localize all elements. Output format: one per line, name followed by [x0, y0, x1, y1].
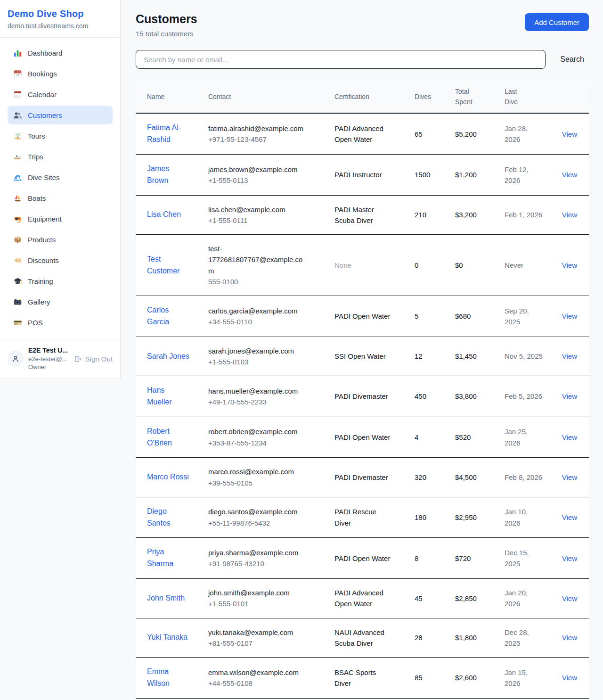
- view-customer-link[interactable]: View: [562, 554, 577, 562]
- table-row: Marco Rossimarco.rossi@example.com+39-55…: [136, 458, 589, 497]
- customer-phone: 555-0100: [208, 276, 327, 287]
- customer-name-link[interactable]: Test Customer: [147, 254, 191, 277]
- sidebar-item-label: Discounts: [28, 256, 59, 264]
- view-customer-link[interactable]: View: [562, 433, 577, 441]
- customer-name-link[interactable]: James Brown: [147, 163, 191, 187]
- cell-certification: NAUI Advanced Scuba Diver: [331, 618, 411, 658]
- sidebar-item-dashboard[interactable]: Dashboard: [8, 43, 113, 62]
- view-customer-link[interactable]: View: [562, 392, 577, 400]
- customer-name-link[interactable]: Marco Rossi: [147, 471, 189, 483]
- customer-name-link[interactable]: Diego Santos: [147, 506, 191, 529]
- sign-out-label: Sign Out: [85, 355, 113, 363]
- sidebar-item-calendar[interactable]: Calendar: [8, 85, 113, 104]
- view-customer-link[interactable]: View: [562, 473, 577, 481]
- sidebar-item-dive-sites[interactable]: Dive Sites: [8, 168, 113, 187]
- sidebar-item-label: Equipment: [28, 215, 62, 223]
- sidebar-item-bookings[interactable]: 17Bookings: [8, 64, 113, 83]
- sign-out-button[interactable]: Sign Out: [74, 355, 113, 363]
- cell-name: Keiko Yamamoto: [136, 698, 204, 700]
- customer-certification: PADI Instructor: [334, 169, 382, 180]
- customer-email: robert.obrien@example.com: [208, 426, 297, 437]
- customer-phone: +1-555-0101: [208, 598, 327, 609]
- customer-certification: PADI Master Scuba Diver: [334, 204, 391, 226]
- view-customer-link[interactable]: View: [562, 261, 577, 269]
- sidebar-nav: Dashboard17BookingsCalendarCustomersTour…: [0, 38, 120, 339]
- sidebar-item-tours[interactable]: Tours: [8, 126, 113, 145]
- customer-certification: PADI Open Water: [334, 311, 390, 321]
- view-customer-link[interactable]: View: [562, 211, 577, 219]
- cell-dives: 12: [411, 337, 451, 376]
- customer-name-link[interactable]: Priya Sharma: [147, 546, 191, 570]
- customers-table: NameContactCertificationDivesTotal Spent…: [136, 81, 589, 700]
- calendar-date-icon: 17: [13, 69, 22, 78]
- cell-certification: PADI Divemaster: [331, 458, 411, 497]
- cell-view: View: [546, 538, 589, 579]
- cell-dives: 0: [411, 235, 451, 296]
- cell-certification: PADI Open Water: [331, 417, 411, 458]
- cell-dives: 65: [411, 113, 451, 154]
- cell-view: View: [546, 698, 589, 700]
- bar-chart-icon: [13, 49, 22, 58]
- view-customer-link[interactable]: View: [562, 130, 577, 138]
- sidebar-item-discounts[interactable]: Discounts: [8, 251, 113, 270]
- customer-name-link[interactable]: Lisa Chen: [147, 209, 181, 221]
- cell-view: View: [546, 458, 589, 497]
- sidebar-item-customers[interactable]: Customers: [8, 106, 113, 124]
- view-customer-link[interactable]: View: [562, 352, 577, 360]
- cell-view: View: [546, 417, 589, 458]
- cell-certification: PADI Advanced Open Water: [331, 113, 411, 154]
- sidebar-item-pos[interactable]: POS: [8, 313, 113, 332]
- sidebar-item-products[interactable]: Products: [8, 230, 113, 249]
- cell-certification: PADI Advanced Open Water: [331, 698, 411, 700]
- search-input[interactable]: [136, 50, 546, 69]
- view-customer-link[interactable]: View: [562, 171, 577, 179]
- customer-name-link[interactable]: Robert O'Brien: [147, 426, 191, 449]
- dive-mask-icon: [13, 214, 22, 223]
- customer-certification: PADI Open Water: [334, 553, 390, 564]
- cell-last-dive: Jan 15, 2026: [501, 658, 546, 699]
- customer-phone: +81-555-0107: [208, 638, 327, 649]
- cell-total-spent: $5,200: [451, 113, 501, 154]
- customer-name-link[interactable]: Sarah Jones: [147, 351, 189, 362]
- add-customer-button[interactable]: Add Customer: [525, 13, 589, 31]
- sidebar-item-trips[interactable]: Trips: [8, 147, 113, 166]
- customer-phone: +91-98765-43210: [208, 558, 327, 569]
- table-header: NameContactCertificationDivesTotal Spent…: [136, 81, 589, 113]
- sidebar-item-boats[interactable]: Boats: [8, 189, 113, 207]
- sidebar-item-equipment[interactable]: Equipment: [8, 209, 113, 228]
- cell-last-dive: Jan 28, 2026: [501, 113, 546, 154]
- cell-last-dive: Jan 10, 2026: [501, 497, 546, 538]
- view-customer-link[interactable]: View: [562, 634, 577, 642]
- table-row: Hans Muellerhans.mueller@example.com+49-…: [136, 376, 589, 417]
- cell-dives: 320: [411, 458, 451, 497]
- customer-name-link[interactable]: Yuki Tanaka: [147, 632, 187, 643]
- page-title-block: Customers 15 total customers: [136, 12, 197, 38]
- search-button[interactable]: Search: [558, 53, 589, 66]
- cell-last-dive: Feb 12, 2026: [501, 154, 546, 195]
- cell-dives: 85: [411, 658, 451, 699]
- customer-email: james.brown@example.com: [208, 164, 297, 175]
- cell-name: Hans Mueller: [136, 376, 204, 417]
- sidebar-item-training[interactable]: Training: [8, 272, 113, 290]
- view-customer-link[interactable]: View: [562, 674, 577, 682]
- cell-last-dive: Nov 5, 2025: [501, 337, 546, 376]
- customer-name-link[interactable]: Carlos Garcia: [147, 305, 191, 328]
- customer-name-link[interactable]: Emma Wilson: [147, 666, 191, 690]
- view-customer-link[interactable]: View: [562, 312, 577, 320]
- cell-dives: 8: [411, 538, 451, 579]
- view-customer-link[interactable]: View: [562, 594, 577, 602]
- cell-certification: PADI Instructor: [331, 154, 411, 195]
- column-header-dives: Dives: [411, 81, 451, 113]
- customer-name-link[interactable]: Hans Mueller: [147, 385, 191, 408]
- view-customer-link[interactable]: View: [562, 513, 577, 521]
- customer-name-link[interactable]: Fatima Al-Rashid: [147, 122, 191, 146]
- cell-dives: 95: [411, 698, 451, 700]
- customer-phone: +44-555-0108: [208, 678, 327, 689]
- cell-certification: PADI Open Water: [331, 538, 411, 579]
- cell-name: Diego Santos: [136, 497, 204, 538]
- customer-email: marco.rossi@example.com: [208, 466, 294, 477]
- sidebar-item-gallery[interactable]: Gallery: [8, 292, 113, 311]
- cell-last-dive: Never: [501, 235, 546, 296]
- customer-name-link[interactable]: John Smith: [147, 593, 185, 604]
- cell-total-spent: $0: [451, 235, 501, 296]
